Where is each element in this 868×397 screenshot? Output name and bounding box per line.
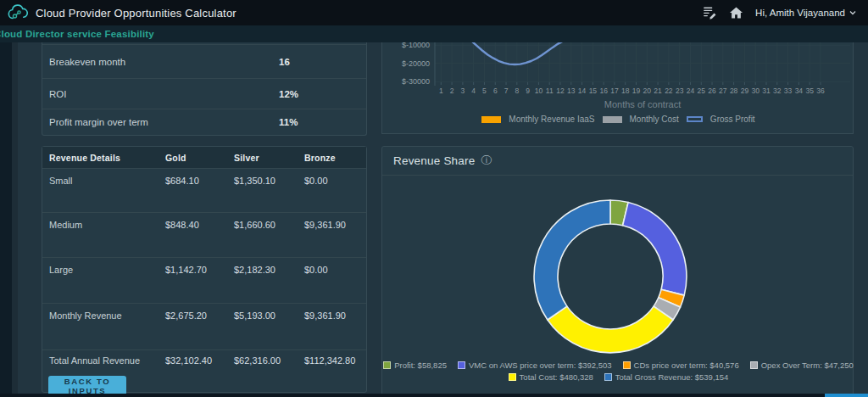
- col-header-revenue-details: Revenue Details: [42, 153, 165, 163]
- table-row-breakeven: Breakeven month 16: [42, 45, 366, 79]
- legend-label: Total Cost: $480,328: [520, 372, 593, 382]
- app-header: Cloud Provider Opportunities Calculator …: [0, 0, 868, 25]
- horizontal-scrollbar-thumb[interactable]: [825, 394, 868, 397]
- table-row-monthly-revenue: Monthly Revenue $2,675.20 $5,193.00 $9,3…: [42, 304, 366, 350]
- svg-text:13: 13: [567, 87, 576, 95]
- svg-text:3: 3: [461, 87, 465, 95]
- legend-swatch: [509, 373, 516, 381]
- svg-text:25: 25: [698, 87, 706, 95]
- svg-text:$-20000: $-20000: [402, 59, 430, 68]
- legend-swatch: [623, 361, 631, 369]
- svg-text:34: 34: [795, 87, 804, 95]
- svg-text:19: 19: [632, 87, 641, 95]
- row-label: Profit margin over term: [42, 117, 148, 127]
- app-title: Cloud Provider Opportunities Calculator: [36, 7, 236, 20]
- svg-text:8: 8: [515, 87, 519, 95]
- revenue-share-card: Revenue Share ⓘ Profit: $58,825VMC on AW…: [381, 146, 854, 397]
- line-chart-legend: Monthly Revenue IaaSMonthly CostGross Pr…: [382, 115, 854, 124]
- revenue-table-card: Revenue Details Gold Silver Bronze Small…: [42, 146, 367, 393]
- row-value: 16: [279, 57, 290, 67]
- home-icon[interactable]: [729, 6, 743, 20]
- row-label: ROI: [42, 89, 66, 99]
- legend-swatch: [603, 116, 622, 123]
- svg-text:15: 15: [589, 87, 598, 95]
- svg-text:1: 1: [439, 87, 443, 95]
- chevron-down-icon: [849, 10, 856, 15]
- svg-text:18: 18: [621, 87, 630, 95]
- header-actions: Hi, Amith Vijayanand: [702, 6, 856, 20]
- svg-text:20: 20: [643, 87, 652, 95]
- donut-legend-item: Total Gross Revenue: $539,154: [604, 372, 729, 382]
- legend-swatch: [604, 373, 612, 381]
- legend-swatch: [750, 361, 758, 369]
- svg-text:4: 4: [471, 87, 476, 95]
- svg-text:30: 30: [751, 87, 760, 95]
- legend-swatch: [687, 116, 703, 122]
- legend-label: VMC on AWS price over term: $392,503: [469, 361, 612, 370]
- svg-text:12: 12: [556, 87, 565, 95]
- x-axis-title: Months of contract: [435, 99, 850, 109]
- svg-text:21: 21: [654, 87, 662, 95]
- legend-label: Profit: $58,825: [394, 361, 447, 370]
- svg-text:16: 16: [599, 87, 608, 95]
- col-header-silver: Silver: [234, 153, 304, 163]
- svg-text:31: 31: [762, 87, 771, 95]
- svg-text:27: 27: [719, 87, 727, 95]
- svg-text:26: 26: [708, 87, 716, 95]
- row-label: Breakeven month: [42, 57, 125, 67]
- table-row-large: Large $1,142.70 $2,182.30 $0.00: [42, 258, 366, 304]
- left-edge-strip: [0, 42, 12, 397]
- svg-text:36: 36: [816, 87, 825, 95]
- donut-legend-item: Profit: $58,825: [383, 361, 447, 370]
- legend-label: Monthly Cost: [630, 115, 679, 124]
- col-header-bronze: Bronze: [304, 153, 366, 163]
- svg-text:35: 35: [805, 87, 814, 95]
- col-header-gold: Gold: [165, 153, 234, 163]
- summary-card: Breakeven month 16 ROI 12% Profit margin…: [42, 42, 367, 136]
- table-row-small: Small $684.10 $1,350.10 $0.00: [42, 169, 366, 213]
- user-menu[interactable]: Hi, Amith Vijayanand: [755, 8, 856, 18]
- table-row-roi: ROI 12%: [42, 79, 366, 109]
- svg-text:33: 33: [784, 87, 793, 95]
- svg-text:23: 23: [676, 87, 684, 95]
- svg-text:2: 2: [450, 87, 454, 95]
- user-greeting: Hi, Amith Vijayanand: [755, 8, 845, 18]
- table-row-medium: Medium $848.40 $1,660.60 $9,361.90: [42, 213, 366, 258]
- svg-text:10: 10: [535, 87, 543, 95]
- donut-legend-row-1: Profit: $58,825VMC on AWS price over ter…: [382, 361, 854, 370]
- svg-text:5: 5: [482, 87, 487, 95]
- svg-text:6: 6: [493, 87, 498, 95]
- legend-label: CDs price over term: $40,576: [634, 361, 739, 370]
- legend-label: Total Gross Revenue: $539,154: [615, 372, 729, 382]
- svg-text:9: 9: [526, 87, 530, 95]
- svg-text:7: 7: [504, 87, 509, 95]
- legend-swatch: [481, 116, 501, 123]
- donut-legend-item: VMC on AWS price over term: $392,503: [458, 361, 612, 370]
- table-header-row: Revenue Details Gold Silver Bronze: [42, 147, 366, 169]
- app-window: Cloud Provider Opportunities Calculator …: [0, 0, 868, 397]
- svg-text:29: 29: [741, 87, 749, 95]
- breadcrumb[interactable]: Cloud Director service Feasibility: [0, 29, 154, 39]
- donut-legend-item: CDs price over term: $40,576: [623, 361, 739, 370]
- table-row-total-annual-revenue: Total Annual Revenue $32,102.40 $62,316.…: [42, 350, 366, 374]
- svg-text:24: 24: [687, 87, 695, 95]
- legend-label: Opex Over Term: $47,250: [761, 361, 854, 370]
- svg-text:11: 11: [546, 87, 554, 95]
- donut-chart: [382, 147, 854, 397]
- donut-legend-item: Opex Over Term: $47,250: [750, 361, 854, 370]
- back-to-inputs-button[interactable]: BACK TO INPUTS: [48, 376, 126, 395]
- horizontal-scrollbar-track[interactable]: [0, 394, 868, 397]
- svg-text:17: 17: [610, 87, 619, 95]
- svg-text:$-30000: $-30000: [402, 77, 430, 86]
- svg-text:22: 22: [665, 87, 673, 95]
- donut-legend-item: Total Cost: $480,328: [509, 372, 593, 382]
- legend-label: Gross Profit: [710, 115, 755, 124]
- legend-swatch: [383, 361, 391, 369]
- edit-notes-icon[interactable]: [702, 6, 717, 20]
- row-value: 12%: [279, 89, 298, 99]
- left-edge-strip-inner: [12, 42, 18, 397]
- row-value: 11%: [279, 117, 298, 127]
- table-row-profit-margin: Profit margin over term 11%: [42, 109, 366, 135]
- svg-text:28: 28: [730, 87, 738, 95]
- legend-label: Monthly Revenue IaaS: [509, 115, 594, 124]
